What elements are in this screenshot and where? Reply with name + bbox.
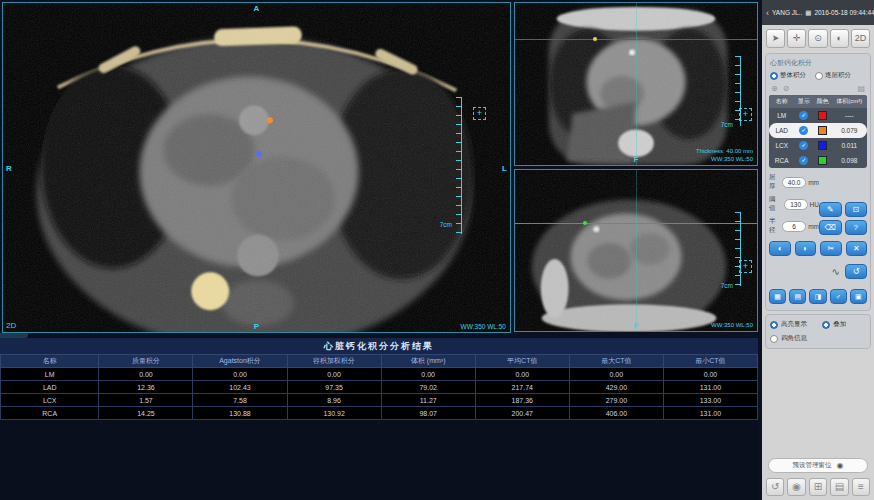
zoom-tool[interactable]: ⊙ — [808, 29, 827, 48]
display-options-panel: 高亮显示叠加四角信息 — [765, 314, 871, 349]
results-cell: 429.00 — [569, 381, 663, 394]
brush-tool-button[interactable]: ✎ — [819, 202, 842, 217]
calcium-score-panel: 心脏钙化积分 整体积分逐层积分 ⊕⊘▤ 名称显示颜色体积(cm³)LM✓----… — [765, 53, 871, 311]
pan-tool[interactable]: ✛ — [787, 29, 806, 48]
thickness-label: Thickness: 40.00 mm — [696, 148, 753, 154]
results-cell: 0.00 — [287, 368, 381, 381]
coronal-viewport[interactable]: F Thickness: 40.00 mm WW:350 WL:50 7cm + — [514, 2, 758, 166]
field-input[interactable]: 130 — [784, 199, 808, 210]
radio-dot-icon — [815, 72, 823, 80]
radio-label: 整体积分 — [780, 71, 806, 80]
display-option-2[interactable]: 四角信息 — [770, 334, 822, 343]
back-icon[interactable]: ‹ — [766, 8, 769, 18]
edit-list-icon[interactable]: ▤ — [857, 84, 865, 93]
color-swatch[interactable] — [818, 141, 827, 150]
copy-button[interactable]: ◨ — [809, 289, 826, 304]
vessel-row-LCX[interactable]: LCX✓0.011 — [769, 138, 867, 153]
slice-locator-handle[interactable]: + — [739, 260, 752, 273]
settings-button[interactable]: ▦ — [769, 289, 786, 304]
vessel-row-LM[interactable]: LM✓---- — [769, 108, 867, 123]
orientation-marker-feet: F — [634, 321, 639, 330]
results-row-LM[interactable]: LM0.000.000.000.000.000.000.00 — [1, 368, 758, 381]
score-mode-radio-1[interactable]: 逐层积分 — [815, 71, 851, 80]
color-swatch[interactable] — [818, 111, 827, 120]
slice-line-handle[interactable] — [593, 37, 597, 41]
score-mode-radio-0[interactable]: 整体积分 — [770, 71, 806, 80]
display-option-0[interactable]: 高亮显示 — [770, 320, 822, 329]
layout-button[interactable]: ⊞ — [809, 478, 827, 496]
list-button[interactable]: ≡ — [852, 478, 870, 496]
compare-button[interactable]: ▤ — [789, 289, 806, 304]
field-2: 半径6mm — [769, 217, 819, 235]
visibility-check-icon[interactable]: ✓ — [799, 111, 808, 120]
results-cell: 0.00 — [569, 368, 663, 381]
patient-bar: ‹ YANG JL.. ▦ 2016-05-18 09:44:44 — [762, 0, 874, 25]
vessel-name: RCA — [769, 157, 794, 164]
parameter-fields: 层厚40.0mm阈值130HU半径6mm — [769, 173, 819, 235]
color-swatch[interactable] — [818, 126, 827, 135]
mode-2d-tool[interactable]: 2D — [851, 29, 870, 48]
results-cell: 406.00 — [569, 407, 663, 420]
window-level-label: WW:350 WL:50 — [461, 323, 506, 330]
field-1: 阈值130HU — [769, 195, 819, 213]
arc-tool-button[interactable]: ◗ — [795, 241, 817, 256]
help-button[interactable]: ? — [845, 220, 868, 235]
axial-viewport[interactable]: A P R L 2D WW:350 WL:50 7cm + — [2, 2, 511, 333]
results-col-header: 平均CT值 — [475, 355, 569, 368]
vessel-volume: 0.098 — [832, 157, 867, 164]
vessel-row-LAD[interactable]: LAD✓0.079 — [769, 123, 867, 138]
visibility-check-icon[interactable]: ✓ — [799, 156, 808, 165]
reset-button[interactable]: ↺ — [766, 478, 784, 496]
results-cell: 102.43 — [193, 381, 287, 394]
mode-label: 2D — [6, 321, 16, 330]
region-tool-buttons: ◖◗✂✕ — [769, 241, 867, 256]
results-row-LCX[interactable]: LCX1.577.588.9611.27187.36279.00133.00 — [1, 394, 758, 407]
vessel-col-header: 显示 — [794, 97, 813, 106]
vessel-row-RCA[interactable]: RCA✓0.098 — [769, 153, 867, 168]
field-input[interactable]: 40.0 — [782, 177, 806, 188]
remove-region-button[interactable]: ✕ — [846, 241, 868, 256]
app-root: A P R L 2D WW:350 WL:50 7cm + — [0, 0, 874, 500]
measure-button[interactable]: ♂ — [830, 289, 847, 304]
results-cell: 0.00 — [381, 368, 475, 381]
visibility-check-icon[interactable]: ✓ — [799, 126, 808, 135]
vessel-list-tools: ⊕⊘▤ — [771, 84, 865, 93]
curve-icon: ∿ — [832, 266, 840, 277]
fill-tool-button[interactable]: ⊡ — [845, 202, 868, 217]
results-cell: 187.36 — [475, 394, 569, 407]
results-cell: 217.74 — [475, 381, 569, 394]
color-swatch[interactable] — [818, 156, 827, 165]
scale-label: 7cm — [721, 121, 733, 128]
cut-tool-button[interactable]: ✂ — [820, 241, 842, 256]
results-cell: LM — [1, 368, 99, 381]
slice-locator-handle[interactable]: + — [473, 107, 486, 120]
remove-vessel-icon[interactable]: ⊘ — [783, 84, 790, 93]
undo-button[interactable]: ↺ — [845, 264, 867, 279]
slice-locator-handle[interactable]: + — [739, 108, 752, 121]
results-row-RCA[interactable]: RCA14.25130.88130.9298.07200.47406.00131… — [1, 407, 758, 420]
results-panel: 心脏钙化积分分析结果 名称质量积分Agatston积分容积加权积分体积 (mm³… — [0, 338, 758, 500]
cursor-tool[interactable]: ➤ — [766, 29, 785, 48]
eraser-tool-button[interactable]: ⌫ — [819, 220, 842, 235]
window-level-tool[interactable]: ◐ — [830, 29, 849, 48]
results-cell: 12.36 — [99, 381, 193, 394]
preset-window-button[interactable]: 预设管理窗位 ◉ — [768, 458, 868, 473]
scale-label: 7cm — [440, 221, 452, 228]
window-level-label: WW:350 WL:50 — [711, 322, 753, 328]
option-label: 叠加 — [833, 320, 846, 329]
magnet-tool-button[interactable]: ◖ — [769, 241, 791, 256]
export-button[interactable]: ▤ — [830, 478, 848, 496]
capture-button[interactable]: ▣ — [850, 289, 867, 304]
slice-line-handle[interactable] — [583, 221, 587, 225]
undo-row: ∿ ↺ — [769, 264, 867, 279]
sagittal-viewport[interactable]: F WW:350 WL:50 7cm + — [514, 169, 758, 332]
radio-dot-icon — [770, 72, 778, 80]
record-button[interactable]: ◉ — [787, 478, 805, 496]
add-vessel-icon[interactable]: ⊕ — [771, 84, 778, 93]
field-input[interactable]: 6 — [782, 221, 806, 232]
display-option-1[interactable]: 叠加 — [822, 320, 866, 329]
preset-window-label: 预设管理窗位 — [793, 461, 832, 470]
vessel-name: LCX — [769, 142, 794, 149]
results-row-LAD[interactable]: LAD12.36102.4397.3579.02217.74429.00131.… — [1, 381, 758, 394]
visibility-check-icon[interactable]: ✓ — [799, 141, 808, 150]
